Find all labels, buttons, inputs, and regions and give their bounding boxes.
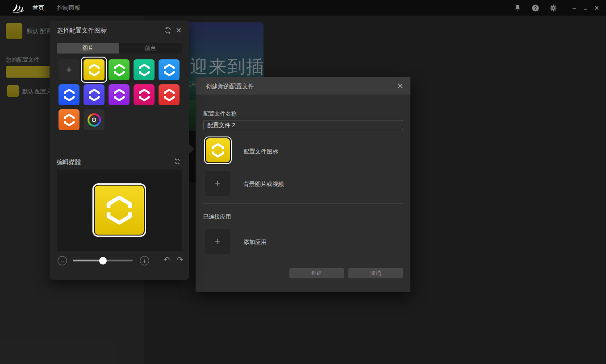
icon-picker-tabs: 图片 颜色	[57, 43, 182, 54]
icon-picker-popover: 选择配置文件图标 ✕ 图片 颜色 + 编輯媒體 −	[50, 21, 189, 280]
connected-apps-label: 已连接应用	[203, 213, 231, 221]
media-preview-canvas[interactable]	[57, 170, 182, 251]
tab-image[interactable]: 图片	[57, 43, 119, 54]
hexagon-magenta[interactable]	[134, 84, 155, 105]
zoom-slider-thumb[interactable]	[99, 257, 107, 265]
section-divider	[203, 203, 403, 204]
title-bar: 首页 控制面板 ? –	[0, 0, 606, 16]
notifications-bell-icon[interactable]	[513, 4, 522, 12]
settings-gear-icon[interactable]	[549, 4, 558, 12]
refresh-icon[interactable]	[174, 158, 181, 165]
nav-dashboard[interactable]: 控制面板	[57, 0, 80, 16]
media-editor-title: 编輯媒體	[57, 158, 81, 166]
app-window: 默认 配置文件 您的配置文件 默认 配置文件 欢迎来到插件 适用 首页 控制面板	[0, 0, 606, 364]
hexagon-orange[interactable]	[59, 109, 79, 130]
minimize-button[interactable]: –	[569, 0, 580, 16]
hexagon-yellow[interactable]	[84, 59, 104, 80]
close-window-button[interactable]: ✕	[591, 0, 602, 16]
zoom-slider-fill	[73, 260, 103, 261]
hexagon-sky-blue[interactable]	[159, 59, 180, 80]
profile-icon-preview[interactable]	[92, 183, 146, 237]
add-background-media-button[interactable]: +	[205, 171, 230, 196]
refresh-icon[interactable]	[164, 26, 172, 34]
hexagon-teal[interactable]	[134, 59, 155, 80]
zoom-out-button[interactable]: −	[58, 256, 67, 265]
icon-picker-title: 选择配置文件图标	[57, 27, 107, 35]
dialog-header: 创建新的配置文件 ✕	[196, 77, 410, 95]
icue-pinwheel-icon	[88, 113, 101, 127]
cancel-button[interactable]: 取消	[348, 268, 403, 278]
svg-text:?: ?	[534, 6, 537, 11]
rotate-left-icon[interactable]: ↶	[162, 254, 171, 265]
hexagon-indigo[interactable]	[84, 84, 104, 105]
hexagon-red[interactable]	[159, 84, 180, 105]
hexagon-purple[interactable]	[109, 84, 130, 105]
background-media-label: 背景图片或视频	[243, 180, 284, 188]
close-icon[interactable]: ✕	[175, 26, 183, 34]
plus-icon: +	[215, 236, 221, 247]
profile-name-label: 配置文件名称	[203, 110, 237, 118]
corsair-logo-icon	[12, 2, 25, 13]
hexagon-blue[interactable]	[59, 84, 79, 105]
plus-icon: +	[215, 178, 221, 189]
icon-grid: +	[59, 59, 184, 131]
icue-logo-tile[interactable]	[84, 109, 104, 130]
dialog-title: 创建新的配置文件	[206, 83, 254, 91]
zoom-in-button[interactable]: +	[140, 256, 149, 265]
selected-profile-icon[interactable]	[204, 136, 232, 164]
profile-icon-label: 配置文件图标	[243, 148, 278, 156]
profile-name-input[interactable]	[203, 120, 403, 130]
close-icon[interactable]: ✕	[396, 81, 405, 90]
help-icon[interactable]: ?	[531, 4, 540, 12]
hexagon-green[interactable]	[109, 59, 130, 80]
popover-arrow	[189, 144, 195, 154]
add-app-button[interactable]: +	[205, 229, 230, 254]
tab-color[interactable]: 颜色	[119, 43, 182, 54]
add-icon-tile[interactable]: +	[59, 59, 79, 80]
create-button[interactable]: 创建	[289, 268, 344, 278]
nav-home[interactable]: 首页	[33, 0, 44, 16]
maximize-button[interactable]: □	[580, 0, 591, 16]
create-profile-dialog: 创建新的配置文件 ✕ 配置文件名称 配置文件图标 + 背景图片或视频 已连接应用…	[196, 77, 410, 292]
add-app-label: 添加应用	[243, 238, 267, 246]
rotate-right-icon[interactable]: ↷	[175, 254, 185, 265]
